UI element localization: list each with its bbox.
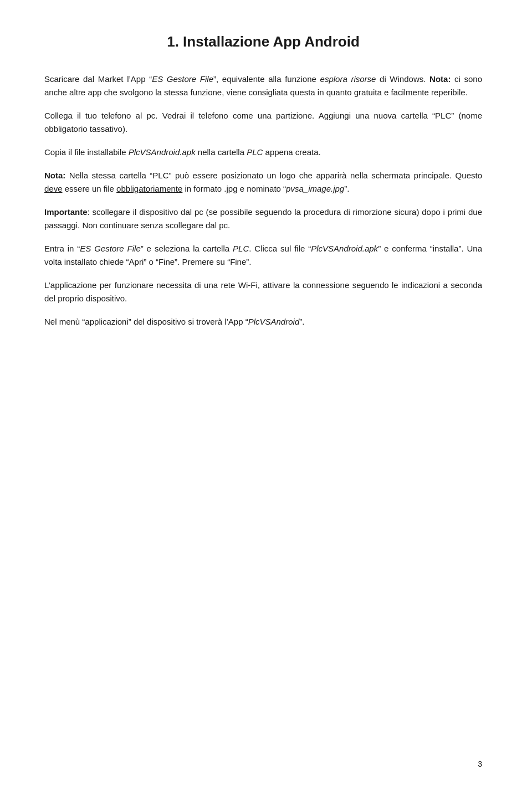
paragraph-5: Importante: scollegare il dispositivo da…: [44, 206, 482, 232]
paragraph-2: Collega il tuo telefono al pc. Vedrai il…: [44, 109, 482, 136]
paragraph-8: Nel menù “applicazioni” del dispositivo …: [44, 315, 482, 329]
page: 1. Installazione App Android Scaricare d…: [0, 0, 532, 785]
page-title: 1. Installazione App Android: [44, 33, 482, 50]
page-number: 3: [478, 760, 482, 768]
paragraph-4: Nota: Nella stessa cartella “PLC” può es…: [44, 169, 482, 196]
paragraph-1: Scaricare dal Market l’App “ES Gestore F…: [44, 73, 482, 99]
paragraph-3: Copia il file installabile PlcVSAndroid.…: [44, 146, 482, 159]
main-content: Scaricare dal Market l’App “ES Gestore F…: [44, 73, 482, 329]
paragraph-6: Entra in “ES Gestore File” e seleziona l…: [44, 242, 482, 269]
paragraph-7: L’applicazione per funzionare necessita …: [44, 279, 482, 305]
